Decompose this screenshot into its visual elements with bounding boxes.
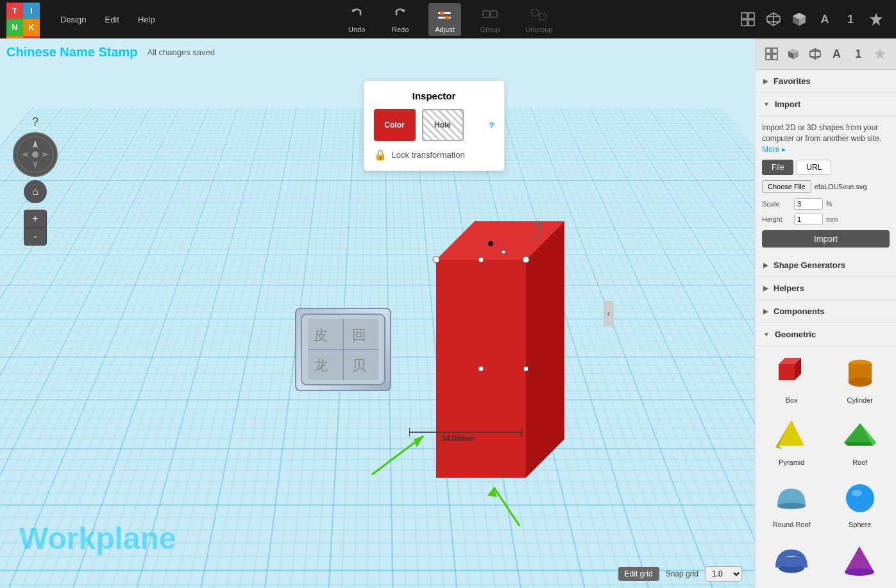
shape-torus-partial[interactable]	[761, 540, 824, 582]
pyramid-label: Pyramid	[779, 458, 804, 466]
round-roof-icon	[772, 479, 811, 517]
panel-wireframe-icon[interactable]	[805, 44, 825, 64]
edit-grid-button[interactable]: Edit grid	[618, 567, 659, 581]
project-title[interactable]: Chinese Name Stamp	[6, 45, 138, 60]
3d-view-icon[interactable]	[763, 9, 784, 29]
workplane-label: Workplane	[19, 521, 176, 556]
favorites-label: Favorites	[773, 76, 811, 86]
import-button[interactable]: Import	[762, 230, 890, 248]
inspector-title: Inspector	[374, 90, 494, 101]
ungroup-button[interactable]: Ungroup	[519, 3, 559, 36]
main-area: Chinese Name Stamp All changes saved ?	[0, 38, 896, 588]
svg-marker-57	[874, 48, 886, 59]
import-description: Import 2D or 3D shapes from your compute…	[762, 122, 890, 155]
zoom-out-button[interactable]: -	[24, 228, 47, 246]
nav-compass[interactable]	[13, 132, 58, 177]
helpers-arrow: ▶	[763, 285, 768, 292]
nav-help[interactable]: ?	[32, 115, 38, 129]
panel-3d-icon[interactable]	[783, 44, 804, 64]
nav-controls: ? ⌂ + -	[13, 115, 58, 246]
shape-roof[interactable]: Roof	[829, 414, 892, 469]
ungroup-icon	[530, 6, 548, 24]
scale-row: Scale %	[762, 198, 890, 210]
svg-marker-67	[844, 442, 876, 446]
box-icon	[772, 355, 811, 393]
scale-input[interactable]	[794, 198, 823, 210]
panel-star-icon[interactable]	[870, 44, 890, 64]
inspector-help[interactable]: ?	[489, 121, 494, 130]
favorites-section[interactable]: ▶ Favorites	[756, 70, 896, 93]
roof-label: Roof	[852, 458, 867, 466]
url-tab[interactable]: URL	[797, 160, 831, 175]
viewport[interactable]: Chinese Name Stamp All changes saved ?	[0, 38, 755, 588]
snap-grid-select[interactable]: 1.0 0.5 0.25 2.0 5.0	[705, 566, 742, 582]
inspector-panel: Inspector Color Hole ? 🔒 Lock transforma…	[364, 80, 505, 171]
cylinder-label: Cylinder	[847, 396, 873, 404]
shape-round-roof[interactable]: Round Roof	[761, 476, 823, 532]
choose-file-button[interactable]: Choose File	[762, 180, 811, 193]
color-button[interactable]: Color	[374, 109, 416, 141]
adjust-button[interactable]: Adjust	[428, 3, 461, 36]
import-section-header[interactable]: ▼ Import	[756, 93, 896, 116]
redo-icon	[391, 6, 409, 24]
grid-icon[interactable]	[738, 9, 758, 29]
logo-k: K	[23, 19, 40, 36]
more-link[interactable]: More ▸	[762, 145, 786, 154]
undo-label: Undo	[348, 26, 365, 33]
color-label: Color	[384, 121, 404, 130]
lock-label: Lock transformation	[392, 150, 465, 160]
height-unit: mm	[826, 215, 838, 223]
panel-grid-icon[interactable]	[761, 44, 782, 64]
zoom-in-button[interactable]: +	[24, 210, 47, 228]
snap-grid-label: Snap grid	[666, 569, 698, 578]
shape-generators-section[interactable]: ▶ Shape Generators	[756, 254, 896, 277]
adjust-label: Adjust	[435, 26, 455, 33]
file-tab[interactable]: File	[762, 160, 793, 175]
nav-design[interactable]: Design	[53, 11, 94, 28]
group-button[interactable]: Group	[474, 3, 507, 36]
redo-label: Redo	[392, 26, 409, 33]
redo-button[interactable]: Redo	[385, 3, 416, 36]
logo-n: N	[6, 19, 23, 36]
svg-point-63	[849, 378, 872, 387]
number-icon[interactable]: 1	[840, 9, 861, 29]
sphere-label: Sphere	[849, 521, 871, 528]
components-section[interactable]: ▶ Components	[756, 300, 896, 323]
text-icon[interactable]: A	[815, 9, 835, 29]
shape-box[interactable]: Box	[761, 351, 823, 407]
roof-icon	[841, 417, 879, 455]
nav-help[interactable]: Help	[130, 11, 163, 28]
shape-pyramid[interactable]: Pyramid	[761, 414, 823, 469]
helpers-section[interactable]: ▶ Helpers	[756, 277, 896, 300]
panel-text-icon[interactable]: A	[826, 44, 847, 64]
shape-cone-partial[interactable]	[829, 540, 892, 582]
home-button[interactable]: ⌂	[24, 180, 47, 203]
sphere-icon	[841, 479, 879, 517]
toolbar-center: Undo Redo Adjust	[341, 3, 559, 36]
svg-point-3	[445, 15, 449, 19]
panel-number-icon[interactable]: 1	[848, 44, 868, 64]
tinkercad-logo[interactable]: T I N K E R C A	[6, 3, 40, 36]
favorites-arrow: ▶	[763, 78, 768, 85]
geometric-section-header[interactable]: ▼ Geometric	[756, 323, 896, 346]
svg-rect-11	[741, 20, 747, 26]
lock-row: 🔒 Lock transformation	[374, 149, 494, 161]
svg-point-75	[845, 568, 874, 576]
import-fields: Scale % Height mm	[762, 198, 890, 225]
grid-canvas	[0, 108, 755, 588]
geometric-arrow: ▼	[763, 331, 770, 338]
shape-sphere[interactable]: Sphere	[829, 476, 892, 532]
cube-icon[interactable]	[789, 9, 809, 29]
hole-button[interactable]: Hole	[422, 109, 464, 141]
svg-point-23	[32, 151, 38, 158]
star-icon[interactable]	[866, 9, 886, 29]
shape-cylinder[interactable]: Cylinder	[829, 351, 892, 407]
panel-collapse-button[interactable]: ‹	[604, 301, 614, 326]
nav-edit[interactable]: Edit	[97, 11, 126, 28]
undo-button[interactable]: Undo	[341, 3, 372, 36]
svg-rect-8	[539, 13, 546, 20]
pyramid-icon	[772, 417, 811, 455]
height-input[interactable]	[794, 214, 823, 225]
svg-marker-17	[870, 13, 883, 26]
toolbar-right: A 1	[738, 9, 886, 29]
